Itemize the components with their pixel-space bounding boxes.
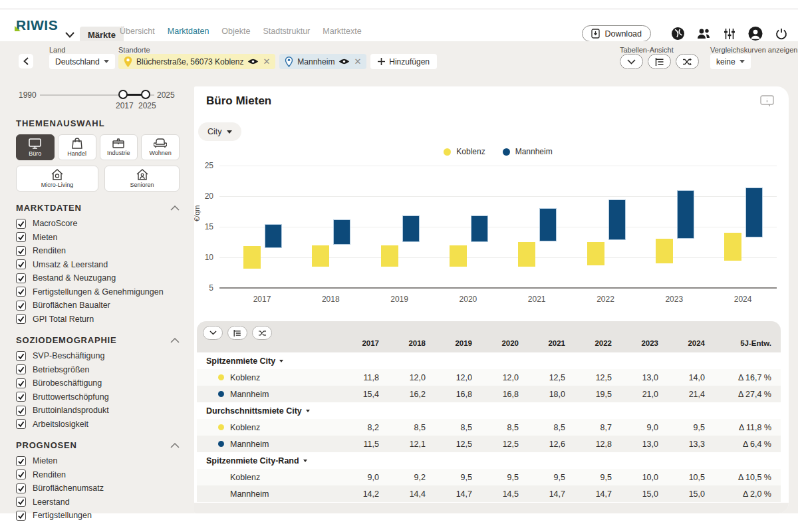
checkbox-item-bruttoinlandsprodukt[interactable]: Bruttoinlandsprodukt <box>16 404 180 418</box>
checkbox-checked[interactable] <box>16 273 26 283</box>
group-title-dropdown[interactable]: Durchschnittsmiete City <box>197 406 342 416</box>
vergleichskurven-select[interactable]: keine <box>710 54 751 69</box>
range-bar-mannheim-2019[interactable] <box>402 215 420 242</box>
column-header-5J-Entw.[interactable]: 5J-Entw. <box>714 339 781 347</box>
column-header-2022[interactable]: 2022 <box>575 339 621 347</box>
column-header-2018[interactable]: 2018 <box>388 339 435 347</box>
table-row-koblenz[interactable]: Koblenz9,09,29,59,59,59,510,010,5Δ 10,5 … <box>197 469 781 485</box>
table-row-mannheim[interactable]: Mannheim15,416,216,816,818,019,521,021,4… <box>197 386 781 402</box>
checkbox-checked[interactable] <box>16 406 26 416</box>
checkbox-item-mieten[interactable]: Mieten <box>16 231 180 245</box>
nav-link-stadtstruktur[interactable]: Stadtstruktur <box>263 27 310 36</box>
checkbox-checked[interactable] <box>16 511 26 521</box>
range-bar-koblenz-2020[interactable] <box>450 245 467 267</box>
table-row-koblenz[interactable]: Koblenz11,812,012,012,012,512,513,014,0Δ… <box>197 369 781 386</box>
location-chip-1[interactable]: Blücherstraße, 56073 Koblenz✕ <box>118 54 275 69</box>
checkbox-checked[interactable] <box>16 301 26 311</box>
checkbox-checked[interactable] <box>16 219 26 229</box>
close-icon[interactable]: ✕ <box>263 57 270 66</box>
sliders-icon[interactable] <box>722 27 737 41</box>
checkbox-item-mieten[interactable]: Mieten <box>16 454 180 468</box>
checkbox-item-büroflächenumsatz[interactable]: Büroflächenumsatz <box>16 481 180 495</box>
column-header-2017[interactable]: 2017 <box>342 339 388 347</box>
riwis-logo[interactable]: RIWIS <box>16 17 58 33</box>
checkbox-checked[interactable] <box>16 364 26 374</box>
collapse-chevron-icon[interactable] <box>170 338 180 343</box>
shuffle-view-button[interactable] <box>676 54 699 69</box>
back-button[interactable] <box>19 54 33 68</box>
column-header-2021[interactable]: 2021 <box>528 339 575 347</box>
checkbox-checked[interactable] <box>16 419 26 429</box>
theme-button-micro-living[interactable]: Micro-Living <box>16 166 98 192</box>
checkbox-checked[interactable] <box>16 469 26 479</box>
theme-button-senioren[interactable]: Senioren <box>104 166 180 192</box>
range-bar-koblenz-2024[interactable] <box>724 233 741 260</box>
theme-button-büro[interactable]: Büro <box>16 134 55 160</box>
checkbox-item-leerstand[interactable]: Leerstand <box>16 495 180 509</box>
slider-handle-to[interactable] <box>141 90 150 99</box>
checkbox-item-fertigstellungen-genehmigungen[interactable]: Fertigstellungen & Genehmigungen <box>16 285 180 299</box>
checkbox-item-macroscore[interactable]: MacroScore <box>16 217 180 231</box>
download-button[interactable]: Download <box>582 25 651 42</box>
theme-button-handel[interactable]: Handel <box>58 134 96 160</box>
range-bar-koblenz-2017[interactable] <box>243 246 261 268</box>
list-view-button[interactable] <box>648 54 671 69</box>
power-icon[interactable] <box>774 27 789 41</box>
range-bar-mannheim-2017[interactable] <box>265 224 282 248</box>
nav-link-übersicht[interactable]: Übersicht <box>120 27 155 36</box>
theme-button-industrie[interactable]: Industrie <box>100 134 138 160</box>
checkbox-item-bestand-neuzugang[interactable]: Bestand & Neuzugang <box>16 271 180 285</box>
range-bar-koblenz-2023[interactable] <box>656 239 673 263</box>
user-avatar-icon[interactable] <box>748 27 763 41</box>
checkbox-item-betriebsgrößen[interactable]: Betriebsgrößen <box>16 363 180 377</box>
range-bar-mannheim-2018[interactable] <box>333 219 350 245</box>
checkbox-checked[interactable] <box>16 378 26 388</box>
range-bar-koblenz-2022[interactable] <box>587 242 604 265</box>
checkbox-checked[interactable] <box>16 351 26 361</box>
checkbox-checked[interactable] <box>16 314 26 324</box>
table-row-mannheim[interactable]: Mannheim11,512,112,512,512,612,813,013,3… <box>197 436 781 452</box>
nav-link-objekte[interactable]: Objekte <box>221 27 250 36</box>
group-title-dropdown[interactable]: Spitzenmiete City <box>197 356 342 366</box>
eye-icon[interactable] <box>247 58 259 65</box>
column-header-2024[interactable]: 2024 <box>668 339 714 347</box>
city-filter-dropdown[interactable]: City <box>198 122 241 141</box>
range-bar-mannheim-2024[interactable] <box>745 188 763 237</box>
checkbox-checked[interactable] <box>16 259 26 269</box>
table-row-mannheim[interactable]: Mannheim14,214,414,714,514,714,715,015,0… <box>197 485 781 502</box>
add-location-button[interactable]: Hinzufügen <box>370 54 437 69</box>
collapse-chevron-icon[interactable] <box>170 443 180 448</box>
range-bar-mannheim-2020[interactable] <box>471 215 488 242</box>
nav-menu-chevron-icon[interactable] <box>60 27 80 43</box>
range-bar-koblenz-2019[interactable] <box>381 245 398 267</box>
range-bar-mannheim-2021[interactable] <box>539 208 557 241</box>
checkbox-item-renditen[interactable]: Renditen <box>16 244 180 258</box>
checkbox-item-renditen[interactable]: Renditen <box>16 468 180 482</box>
range-bar-mannheim-2023[interactable] <box>677 190 694 239</box>
checkbox-item-umsatz-leerstand[interactable]: Umsatz & Leerstand <box>16 258 180 272</box>
range-bar-mannheim-2022[interactable] <box>608 200 626 241</box>
table-row-koblenz[interactable]: Koblenz8,28,58,58,58,58,79,09,5Δ 11,8 % <box>197 419 781 436</box>
group-title-dropdown[interactable]: Spitzenmiete City-Rand <box>197 456 342 466</box>
range-bar-koblenz-2018[interactable] <box>312 245 329 267</box>
globe-icon[interactable] <box>670 27 685 41</box>
checkbox-item-arbeitslosigkeit[interactable]: Arbeitslosigkeit <box>16 418 180 432</box>
checkbox-checked[interactable] <box>16 497 26 507</box>
column-header-2019[interactable]: 2019 <box>435 339 481 347</box>
checkbox-checked[interactable] <box>16 392 26 402</box>
checkbox-item-büroflächen-baualter[interactable]: Büroflächen Baualter <box>16 299 180 313</box>
collapse-chevron-icon[interactable] <box>170 205 180 211</box>
close-icon[interactable]: ✕ <box>354 57 361 66</box>
theme-button-wohnen[interactable]: Wohnen <box>141 134 180 160</box>
nav-link-marktdaten[interactable]: Marktdaten <box>168 27 209 36</box>
checkbox-item-svp-beschäftigung[interactable]: SVP-Beschäftigung <box>16 349 180 363</box>
slider-handle-from[interactable] <box>118 90 128 99</box>
land-select[interactable]: Deutschland <box>49 54 115 69</box>
checkbox-checked[interactable] <box>16 246 26 256</box>
users-icon[interactable] <box>696 27 711 41</box>
column-header-2020[interactable]: 2020 <box>481 339 528 347</box>
checkbox-checked[interactable] <box>16 232 26 242</box>
checkbox-item-bürobeschäftigung[interactable]: Bürobeschäftigung <box>16 376 180 390</box>
nav-link-markttexte[interactable]: Markttexte <box>323 27 361 36</box>
range-bar-koblenz-2021[interactable] <box>518 242 535 267</box>
